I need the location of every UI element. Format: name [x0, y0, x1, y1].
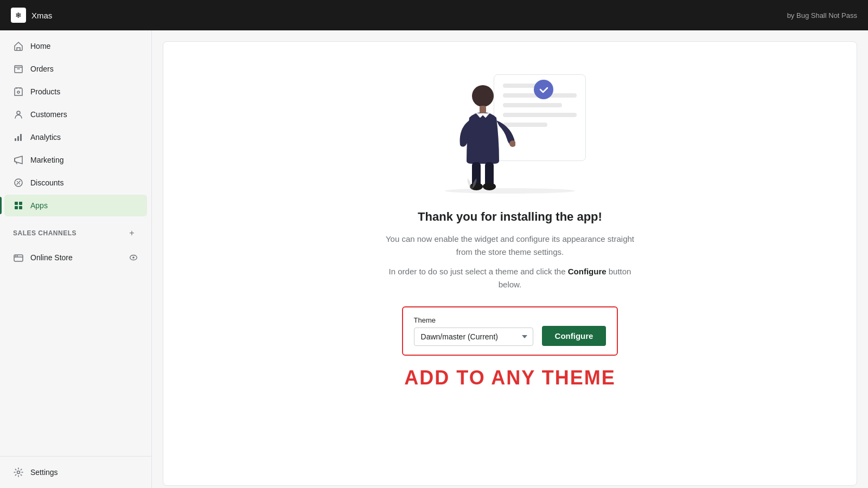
sidebar-item-home[interactable]: Home [4, 35, 147, 57]
main-content: Thank you for installing the app! You ca… [152, 30, 868, 488]
top-bar-subtitle: by Bug Shall Not Pass [787, 11, 857, 20]
sidebar-item-discounts-label: Discounts [30, 178, 63, 187]
svg-rect-12 [19, 206, 22, 209]
svg-point-15 [17, 255, 18, 256]
settings-icon [13, 467, 24, 478]
eye-icon[interactable] [129, 253, 138, 262]
svg-point-17 [132, 256, 135, 259]
sidebar-item-apps-label: Apps [30, 201, 48, 210]
add-to-any-theme-text: ADD TO ANY THEME [404, 367, 615, 389]
marketing-icon [13, 155, 24, 165]
description-2: In order to do so just select a theme an… [380, 265, 640, 291]
sidebar-item-settings-label: Settings [30, 468, 58, 477]
analytics-icon [13, 132, 24, 143]
svg-point-2 [17, 111, 20, 114]
home-icon [13, 41, 24, 52]
svg-rect-0 [15, 66, 22, 67]
svg-rect-9 [15, 202, 18, 205]
online-store-left: Online Store [13, 252, 73, 263]
theme-select[interactable]: Dawn/master (Current) [414, 328, 533, 346]
sidebar-item-products-label: Products [30, 87, 60, 96]
svg-rect-11 [15, 206, 18, 209]
discounts-icon [13, 177, 24, 188]
theme-box: Theme Dawn/master (Current) Configure [402, 306, 618, 356]
sidebar-item-customers-label: Customers [30, 110, 67, 119]
configure-text-bold: Configure [568, 267, 607, 276]
configure-button[interactable]: Configure [542, 326, 607, 346]
top-bar: ❄ Xmas by Bug Shall Not Pass [0, 0, 868, 30]
add-sales-channel-button[interactable]: + [125, 227, 138, 240]
svg-rect-10 [19, 202, 22, 205]
sidebar: Home Orders Products [0, 30, 152, 488]
sales-channels-label: SALES CHANNELS [13, 229, 76, 237]
theme-label: Theme [414, 316, 533, 324]
person-illustration [450, 74, 515, 194]
sidebar-item-marketing-label: Marketing [30, 156, 63, 164]
sidebar-item-analytics[interactable]: Analytics [4, 126, 147, 148]
customers-icon [13, 109, 24, 120]
online-store-label: Online Store [30, 253, 73, 262]
description-1: You can now enable the widget and config… [380, 233, 640, 259]
sidebar-item-settings[interactable]: Settings [4, 461, 147, 483]
sidebar-item-orders[interactable]: Orders [4, 58, 147, 80]
desc2-prefix: In order to do so just select a theme an… [389, 267, 568, 276]
orders-icon [13, 63, 24, 74]
svg-point-7 [17, 181, 18, 182]
sidebar-item-marketing[interactable]: Marketing [4, 149, 147, 171]
svg-point-8 [19, 183, 20, 184]
sidebar-item-analytics-label: Analytics [30, 133, 61, 142]
page-title: Thank you for installing the app! [418, 210, 602, 224]
svg-rect-5 [20, 134, 22, 141]
check-badge [534, 80, 553, 99]
svg-rect-25 [480, 106, 486, 113]
sidebar-item-discounts[interactable]: Discounts [4, 172, 147, 194]
sidebar-item-home-label: Home [30, 42, 50, 50]
svg-point-19 [472, 85, 494, 107]
products-icon [13, 86, 24, 97]
svg-point-18 [17, 471, 20, 474]
svg-rect-4 [17, 136, 19, 141]
svg-point-1 [17, 91, 20, 93]
svg-rect-3 [15, 138, 16, 141]
sidebar-item-customers[interactable]: Customers [4, 104, 147, 125]
sales-channels-header: SALES CHANNELS + [4, 221, 147, 245]
content-card: Thank you for installing the app! You ca… [163, 41, 857, 486]
svg-point-14 [15, 255, 16, 256]
sidebar-item-apps[interactable]: Apps [4, 195, 147, 216]
leaf-icon [467, 176, 477, 189]
sidebar-item-online-store[interactable]: Online Store [4, 247, 147, 268]
sidebar-item-products[interactable]: Products [4, 81, 147, 102]
sidebar-footer: Settings [0, 456, 151, 484]
app-name: Xmas [31, 11, 52, 20]
logo-icon: ❄ [15, 11, 22, 20]
online-store-icon [13, 252, 24, 263]
theme-field: Theme Dawn/master (Current) [414, 316, 533, 346]
app-logo: ❄ [11, 8, 26, 23]
top-bar-left: ❄ Xmas [11, 8, 52, 23]
sidebar-item-orders-label: Orders [30, 65, 54, 73]
ground-shadow [445, 188, 575, 194]
apps-icon [13, 200, 24, 211]
illustration [434, 63, 586, 194]
